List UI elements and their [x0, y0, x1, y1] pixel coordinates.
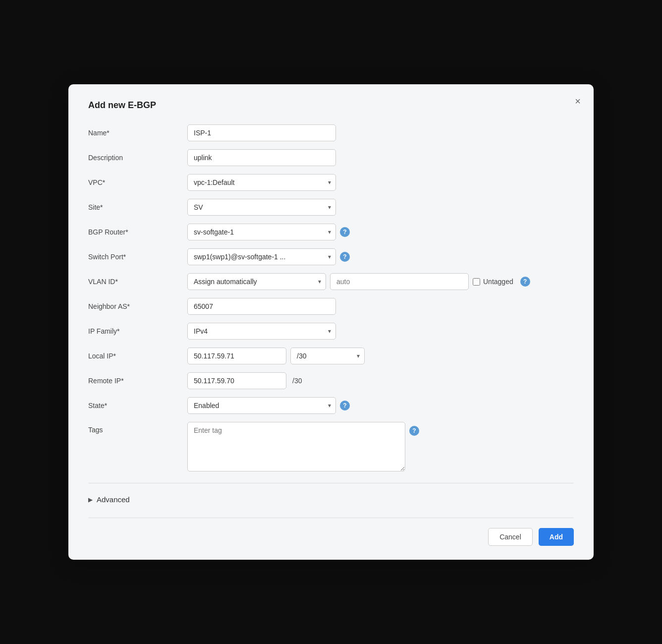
name-input[interactable]	[187, 124, 336, 141]
tags-row: Tags ?	[88, 422, 574, 473]
untagged-help-icon[interactable]: ?	[520, 277, 530, 287]
modal-dialog: Add new E-BGP × Name* Description VPC* v…	[68, 84, 594, 560]
advanced-label: Advanced	[97, 495, 130, 504]
vpc-select[interactable]: vpc-1:Default	[187, 174, 336, 191]
vlan-id-label: VLAN ID*	[88, 278, 187, 286]
bgp-router-field-wrapper: sv-softgate-1 ▾	[187, 224, 336, 240]
ip-family-field-wrapper: IPv4 ▾	[187, 323, 336, 340]
modal-footer: Cancel Add	[88, 528, 574, 546]
vlan-id-controls: Assign automatically ▾ Untagged ?	[187, 273, 574, 290]
untagged-wrapper: Untagged ?	[473, 277, 530, 287]
bgp-router-label: BGP Router*	[88, 228, 187, 236]
modal-overlay: Add new E-BGP × Name* Description VPC* v…	[0, 0, 662, 644]
site-select[interactable]: SV	[187, 199, 336, 216]
switch-port-label: Switch Port*	[88, 253, 187, 261]
vpc-field-wrapper: vpc-1:Default ▾	[187, 174, 336, 191]
switch-port-select-wrapper: swp1(swp1)@sv-softgate-1 ... ▾	[187, 248, 336, 265]
local-ip-subnet-wrapper: /30 ▾	[290, 348, 365, 364]
site-select-wrapper: SV ▾	[187, 199, 336, 216]
description-row: Description	[88, 149, 574, 166]
state-select[interactable]: Enabled	[187, 397, 336, 414]
site-field-wrapper: SV ▾	[187, 199, 336, 216]
description-field-wrapper	[187, 149, 336, 166]
local-ip-controls: /30 ▾	[187, 348, 324, 364]
tags-help-icon[interactable]: ?	[409, 426, 419, 436]
neighbor-as-row: Neighbor AS*	[88, 298, 574, 315]
remote-ip-label: Remote IP*	[88, 377, 187, 385]
bgp-router-select[interactable]: sv-softgate-1	[187, 224, 336, 240]
remote-ip-subnet-label: /30	[290, 377, 302, 385]
local-ip-subnet-select[interactable]: /30	[290, 348, 365, 364]
modal-title: Add new E-BGP	[88, 100, 574, 111]
advanced-section[interactable]: ▶ Advanced	[88, 493, 574, 506]
vpc-row: VPC* vpc-1:Default ▾	[88, 174, 574, 191]
untagged-checkbox[interactable]	[473, 278, 480, 286]
remote-ip-input-wrapper	[187, 372, 286, 389]
bgp-router-help-icon[interactable]: ?	[340, 227, 350, 237]
tags-label: Tags	[88, 422, 187, 434]
state-row: State* Enabled ▾ ?	[88, 397, 574, 414]
ip-family-label: IP Family*	[88, 327, 187, 335]
close-button[interactable]: ×	[573, 94, 583, 108]
neighbor-as-input[interactable]	[187, 298, 336, 315]
ip-family-select[interactable]: IPv4	[187, 323, 336, 340]
switch-port-row: Switch Port* swp1(swp1)@sv-softgate-1 ..…	[88, 248, 574, 265]
advanced-arrow-icon: ▶	[88, 496, 93, 503]
tags-textarea[interactable]	[187, 422, 405, 471]
name-label: Name*	[88, 129, 187, 137]
vlan-select-wrapper: Assign automatically ▾	[187, 273, 326, 290]
local-ip-label: Local IP*	[88, 352, 187, 360]
name-field-wrapper	[187, 124, 336, 141]
neighbor-as-label: Neighbor AS*	[88, 302, 187, 310]
vpc-label: VPC*	[88, 178, 187, 186]
state-select-wrapper: Enabled ▾	[187, 397, 336, 414]
name-row: Name*	[88, 124, 574, 141]
remote-ip-input[interactable]	[187, 372, 286, 389]
local-ip-input-wrapper	[187, 348, 286, 364]
local-ip-row: Local IP* /30 ▾	[88, 348, 574, 364]
remote-ip-row: Remote IP* /30	[88, 372, 574, 389]
state-field-wrapper: Enabled ▾	[187, 397, 336, 414]
vlan-id-select[interactable]: Assign automatically	[187, 273, 326, 290]
state-label: State*	[88, 402, 187, 410]
bgp-router-select-wrapper: sv-softgate-1 ▾	[187, 224, 336, 240]
tags-field-wrapper: ?	[187, 422, 405, 473]
neighbor-as-field-wrapper	[187, 298, 336, 315]
description-input[interactable]	[187, 149, 336, 166]
switch-port-help-icon[interactable]: ?	[340, 252, 350, 262]
footer-divider	[88, 518, 574, 518]
divider-1	[88, 483, 574, 483]
switch-port-select[interactable]: swp1(swp1)@sv-softgate-1 ...	[187, 248, 336, 265]
state-help-icon[interactable]: ?	[340, 401, 350, 410]
site-label: Site*	[88, 203, 187, 211]
ip-family-select-wrapper: IPv4 ▾	[187, 323, 336, 340]
vpc-select-wrapper: vpc-1:Default ▾	[187, 174, 336, 191]
vlan-id-row: VLAN ID* Assign automatically ▾ Untagged…	[88, 273, 574, 290]
bgp-router-row: BGP Router* sv-softgate-1 ▾ ?	[88, 224, 574, 240]
description-label: Description	[88, 154, 187, 162]
ip-family-row: IP Family* IPv4 ▾	[88, 323, 574, 340]
local-ip-input[interactable]	[187, 348, 286, 364]
site-row: Site* SV ▾	[88, 199, 574, 216]
switch-port-field-wrapper: swp1(swp1)@sv-softgate-1 ... ▾	[187, 248, 336, 265]
cancel-button[interactable]: Cancel	[488, 528, 533, 546]
vlan-auto-input	[330, 273, 469, 290]
remote-ip-controls: /30	[187, 372, 302, 389]
add-button[interactable]: Add	[539, 528, 574, 546]
untagged-label: Untagged	[483, 278, 513, 286]
